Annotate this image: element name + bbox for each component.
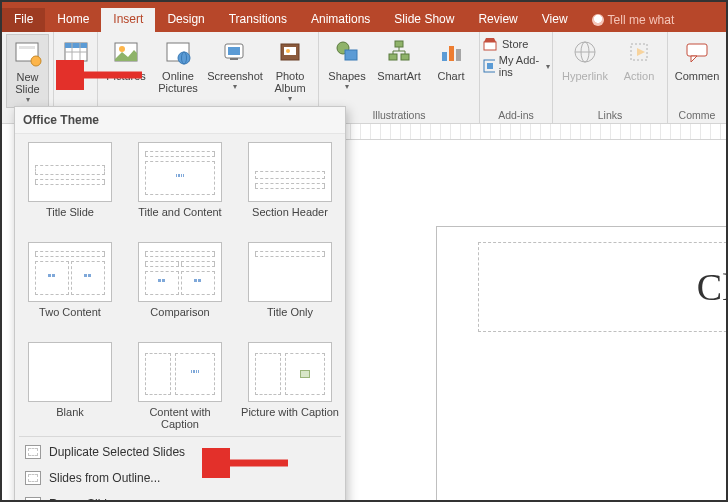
svg-rect-39 [687, 44, 707, 56]
screenshot-icon [219, 36, 251, 68]
store-icon [482, 36, 498, 52]
screenshot-button[interactable]: Screenshot ▾ [206, 34, 264, 94]
layout-title-slide[interactable]: Title Slide [15, 134, 125, 234]
chart-icon [435, 36, 467, 68]
comment-icon [681, 36, 713, 68]
action-button[interactable]: Action [615, 34, 663, 84]
tell-me-label: Tell me what [608, 13, 675, 27]
smartart-label: SmartArt [377, 70, 420, 82]
svg-rect-31 [484, 42, 496, 50]
svg-point-18 [286, 49, 290, 53]
tab-file[interactable]: File [2, 8, 45, 32]
svg-point-9 [119, 46, 125, 52]
new-slide-label: New Slide [7, 71, 48, 95]
tab-transitions[interactable]: Transitions [217, 8, 299, 32]
duplicate-icon [25, 445, 41, 459]
smartart-icon [383, 36, 415, 68]
layout-comparison[interactable]: Comparison [125, 234, 235, 334]
ribbon-tabs: File Home Insert Design Transitions Anim… [2, 8, 726, 32]
my-addins-label: My Add-ins [499, 54, 542, 78]
svg-marker-38 [637, 48, 645, 56]
chart-button[interactable]: Chart [427, 34, 475, 84]
comment-button[interactable]: Commen [672, 34, 722, 84]
online-pictures-button[interactable]: Online Pictures [152, 34, 204, 96]
svg-rect-4 [65, 43, 87, 48]
subtitle-placeholder[interactable]: Click [478, 352, 728, 402]
tab-home[interactable]: Home [45, 8, 101, 32]
title-placeholder[interactable]: Click t [478, 242, 728, 332]
lightbulb-icon [592, 14, 604, 26]
svg-rect-29 [449, 46, 454, 61]
action-icon [623, 36, 655, 68]
addins-icon [482, 58, 495, 74]
tab-view[interactable]: View [530, 8, 580, 32]
svg-point-11 [178, 52, 190, 64]
chevron-down-icon: ▾ [233, 83, 237, 92]
separator [19, 436, 341, 437]
reuse-slides-item[interactable]: Reuse Slides... [15, 491, 345, 502]
svg-marker-40 [691, 56, 697, 62]
tab-animations[interactable]: Animations [299, 8, 382, 32]
svg-rect-21 [395, 41, 403, 47]
svg-rect-33 [487, 63, 493, 69]
svg-rect-23 [401, 54, 409, 60]
layout-label: Section Header [241, 206, 339, 232]
chevron-down-icon: ▾ [288, 95, 292, 104]
store-button[interactable]: Store [482, 36, 550, 52]
layout-section-header[interactable]: Section Header [235, 134, 345, 234]
annotation-arrow [202, 448, 292, 478]
action-label: Action [624, 70, 655, 82]
hyperlink-button[interactable]: Hyperlink [557, 34, 613, 84]
layout-picture-with-caption[interactable]: Picture with Caption [235, 334, 345, 434]
new-slide-button[interactable]: New Slide ▾ [6, 34, 49, 108]
hyperlink-icon [569, 36, 601, 68]
hyperlink-label: Hyperlink [562, 70, 608, 82]
shapes-button[interactable]: Shapes ▾ [323, 34, 371, 94]
chevron-down-icon: ▾ [546, 62, 550, 71]
dropdown-header: Office Theme [15, 107, 345, 134]
layout-label: Content with Caption [131, 406, 229, 432]
layout-content-with-caption[interactable]: Content with Caption [125, 334, 235, 434]
group-comments-label: Comme [668, 109, 726, 123]
photo-album-label: Photo Album [266, 70, 314, 94]
layout-label: Blank [21, 406, 119, 432]
group-addins-label: Add-ins [480, 109, 552, 123]
tab-slideshow[interactable]: Slide Show [382, 8, 466, 32]
layout-two-content[interactable]: Two Content [15, 234, 125, 334]
online-pictures-label: Online Pictures [152, 70, 204, 94]
tell-me-search[interactable]: Tell me what [586, 8, 681, 32]
outline-label: Slides from Outline... [49, 471, 160, 485]
layout-title-only[interactable]: Title Only [235, 234, 345, 334]
svg-rect-14 [230, 58, 238, 60]
annotation-arrow [56, 60, 146, 90]
layout-gallery: Title Slide Title and Content Section He… [15, 134, 345, 434]
my-addins-button[interactable]: My Add-ins ▾ [482, 54, 550, 78]
layout-title-and-content[interactable]: Title and Content [125, 134, 235, 234]
new-slide-icon [12, 37, 44, 69]
tab-design[interactable]: Design [155, 8, 216, 32]
online-pictures-icon [162, 36, 194, 68]
reuse-icon [25, 497, 41, 502]
photo-album-icon [274, 36, 306, 68]
duplicate-label: Duplicate Selected Slides [49, 445, 185, 459]
slides-from-outline-item[interactable]: Slides from Outline... [15, 465, 345, 491]
layout-label: Title Slide [21, 206, 119, 232]
reuse-label: Reuse Slides... [49, 497, 130, 502]
tab-insert[interactable]: Insert [101, 8, 155, 32]
smartart-button[interactable]: SmartArt [373, 34, 425, 84]
svg-point-2 [31, 56, 41, 66]
tab-review[interactable]: Review [466, 8, 529, 32]
svg-rect-30 [456, 49, 461, 61]
layout-label: Comparison [131, 306, 229, 332]
layout-blank[interactable]: Blank [15, 334, 125, 434]
svg-rect-1 [19, 46, 35, 49]
duplicate-slides-item[interactable]: Duplicate Selected Slides [15, 439, 345, 465]
outline-icon [25, 471, 41, 485]
shapes-icon [331, 36, 363, 68]
comment-label: Commen [675, 70, 720, 82]
screenshot-label: Screenshot [207, 70, 263, 82]
chevron-down-icon: ▾ [345, 83, 349, 92]
photo-album-button[interactable]: Photo Album ▾ [266, 34, 314, 106]
svg-rect-15 [228, 47, 240, 55]
layout-label: Title Only [241, 306, 339, 332]
